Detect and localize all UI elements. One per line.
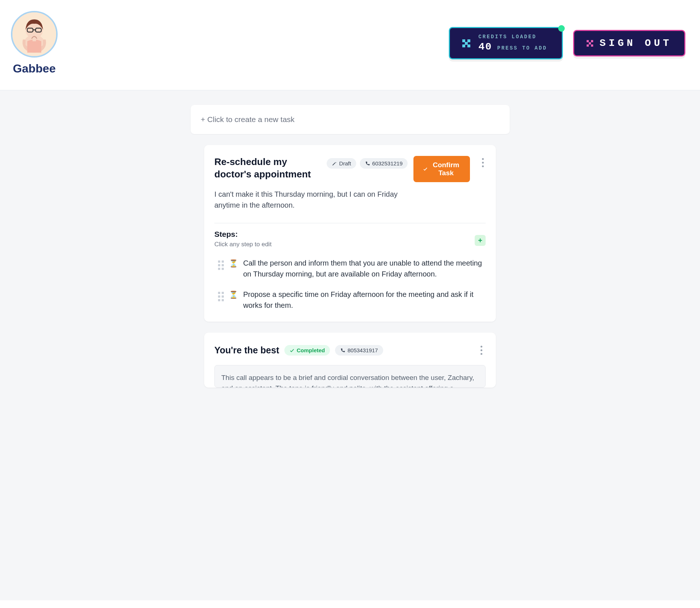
credits-badge-dot: [558, 25, 565, 32]
task-pills: Draft 6032531219: [327, 158, 408, 169]
step-text: Propose a specific time on Friday aftern…: [243, 289, 486, 311]
check-icon: [289, 348, 295, 353]
phone-number: 6032531219: [372, 160, 402, 166]
steps-header: Steps: Click any step to edit +: [214, 230, 486, 248]
status-label: Completed: [297, 347, 325, 353]
signout-icon: [587, 40, 593, 47]
steps-subheading: Click any step to edit: [214, 241, 272, 248]
confirm-task-label: Confirm Task: [432, 161, 461, 177]
create-task-button[interactable]: + Click to create a new task: [191, 105, 510, 134]
task-card: Re-schedule my doctor's appointment Draf…: [204, 145, 496, 322]
create-task-label: + Click to create a new task: [201, 115, 295, 123]
add-step-button[interactable]: +: [475, 235, 486, 246]
status-badge-completed: Completed: [284, 345, 330, 356]
signout-label: SIGN OUT: [600, 38, 672, 49]
drag-handle-icon[interactable]: [218, 260, 224, 270]
call-summary-text: This call appears to be a brief and cord…: [221, 374, 474, 388]
credits-text: CREDITS LOADED 40 PRESS TO ADD: [478, 34, 547, 52]
hourglass-icon: ⏳: [229, 290, 238, 299]
drag-handle-icon[interactable]: [218, 292, 224, 301]
credits-icon: [462, 39, 470, 47]
task-header: Re-schedule my doctor's appointment Draf…: [214, 156, 486, 182]
step-item[interactable]: ⏳ Propose a specific time on Friday afte…: [214, 289, 486, 311]
step-text: Call the person and inform them that you…: [243, 258, 486, 279]
task-title: You're the best: [214, 345, 279, 356]
phone-badge: 6032531219: [360, 158, 408, 169]
avatar-illustration: [12, 12, 56, 56]
task-menu-button[interactable]: [477, 344, 486, 357]
phone-icon: [365, 161, 370, 166]
step-item[interactable]: ⏳ Call the person and inform them that y…: [214, 258, 486, 279]
steps-heading: Steps:: [214, 230, 272, 239]
task-card: You're the best Completed 8053431917 Thi…: [204, 333, 496, 388]
task-menu-button[interactable]: [480, 156, 486, 169]
divider: [214, 223, 486, 223]
phone-icon: [340, 348, 345, 353]
brand-name: Gabbee: [13, 62, 55, 75]
main-content: + Click to create a new task Re-schedule…: [0, 90, 700, 600]
hourglass-icon: ⏳: [229, 259, 238, 268]
check-icon: [423, 165, 428, 173]
credits-label: CREDITS LOADED: [478, 34, 547, 40]
phone-badge: 8053431917: [335, 345, 383, 356]
brand-block: Gabbee: [11, 11, 58, 75]
avatar: [11, 11, 58, 58]
header-actions: CREDITS LOADED 40 PRESS TO ADD SIGN OUT: [449, 27, 685, 59]
confirm-task-button[interactable]: Confirm Task: [413, 156, 470, 182]
signout-button[interactable]: SIGN OUT: [573, 30, 685, 56]
credits-cta: PRESS TO ADD: [497, 45, 547, 51]
pencil-icon: [332, 161, 337, 166]
task-header: You're the best Completed 8053431917: [214, 344, 486, 357]
credits-button[interactable]: CREDITS LOADED 40 PRESS TO ADD: [449, 27, 563, 59]
plus-icon: +: [478, 236, 482, 245]
credits-count: 40: [478, 41, 492, 52]
status-label: Draft: [339, 160, 351, 166]
app-header: Gabbee CREDITS LOADED 40 PRESS TO ADD SI…: [0, 0, 700, 90]
call-summary: This call appears to be a brief and cord…: [214, 365, 486, 388]
phone-number: 8053431917: [347, 347, 378, 353]
status-badge-draft: Draft: [327, 158, 356, 169]
task-description: I can't make it this Thursday morning, b…: [214, 189, 404, 211]
task-title: Re-schedule my doctor's appointment: [214, 156, 321, 181]
